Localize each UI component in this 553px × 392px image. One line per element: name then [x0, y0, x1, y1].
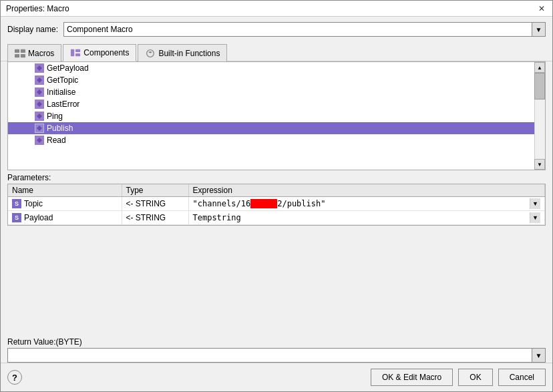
return-value-label: Return Value:(BYTE) [7, 337, 82, 347]
properties-dialog: Properties: Macro ✕ Display name: ▼ Macr… [0, 0, 553, 392]
tree-item-ping-label: Ping [47, 112, 63, 121]
redacted-box [250, 199, 277, 208]
svg-rect-1 [21, 49, 25, 52]
gettopic-icon [35, 75, 44, 85]
display-name-input[interactable] [64, 23, 532, 36]
params-table: Name Type Expression S Topic <- STRING [8, 184, 545, 225]
title-bar: Properties: Macro ✕ [1, 1, 552, 17]
display-name-dropdown-arrow[interactable]: ▼ [532, 23, 545, 36]
params-section: Parameters: [1, 170, 552, 184]
param-expression-topic-cell: "channels/162/publish" ▼ [193, 198, 541, 209]
close-button[interactable]: ✕ [536, 3, 547, 14]
s-icon-payload: S [12, 213, 21, 222]
ok-edit-macro-button[interactable]: OK & Edit Macro [371, 369, 453, 386]
tree-item-getpayload-label: GetPayload [47, 63, 89, 73]
publish-icon [35, 124, 44, 133]
param-expression-topic: "channels/162/publish" ▼ [188, 197, 545, 211]
scrollbar-down-button[interactable]: ▼ [534, 159, 545, 170]
tab-builtin-label: Built-in Functions [158, 49, 220, 58]
tree-item-lasterror-label: LastError [47, 100, 79, 109]
return-value-wrap: ▼ [7, 348, 546, 363]
spacer [1, 226, 552, 333]
param-name-payload: S Payload [8, 211, 122, 225]
params-label: Parameters: [7, 173, 51, 182]
tree-item-gettopic-label: GetTopic [47, 75, 78, 85]
getpayload-icon [35, 63, 44, 73]
tree-view[interactable]: GetPayload GetTopic Initialise LastError… [7, 61, 546, 170]
svg-rect-0 [15, 49, 19, 52]
col-header-expression: Expression [188, 184, 545, 197]
tab-macros[interactable]: Macros [7, 44, 61, 61]
ok-button[interactable]: OK [458, 369, 492, 386]
tree-item-lasterror[interactable]: LastError [8, 98, 545, 110]
tree-item-initialise[interactable]: Initialise [8, 86, 545, 98]
table-row: S Payload <- STRING Tempstring ▼ [8, 211, 545, 225]
tab-components-label: Components [83, 48, 129, 57]
scrollbar-up-button[interactable]: ▲ [534, 62, 545, 73]
params-table-wrap: Name Type Expression S Topic <- STRING [7, 184, 546, 226]
tab-builtin[interactable]: Built-in Functions [138, 44, 227, 61]
tabs-section: Macros Components Built-in Functions [1, 41, 552, 61]
s-icon-topic: S [12, 199, 21, 208]
cancel-button[interactable]: Cancel [498, 369, 546, 386]
display-name-section: Display name: ▼ [1, 17, 552, 41]
tree-scrollbar[interactable]: ▲ ▼ [534, 62, 545, 170]
param-expression-payload: Tempstring ▼ [188, 211, 545, 225]
param-type-topic: <- STRING [122, 197, 188, 211]
display-name-field-wrap: ▼ [63, 22, 546, 37]
components-tab-icon [70, 47, 81, 58]
col-header-type: Type [122, 184, 188, 197]
tree-item-read-label: Read [47, 136, 66, 145]
read-icon [35, 136, 44, 145]
builtin-tab-icon [145, 48, 156, 59]
param-name-topic: S Topic [8, 197, 122, 211]
macros-tab-icon [15, 48, 25, 59]
param-type-payload: <- STRING [122, 211, 188, 225]
svg-point-7 [147, 49, 154, 57]
svg-rect-4 [71, 49, 74, 57]
svg-rect-6 [75, 53, 80, 56]
initialise-icon [35, 87, 44, 97]
param-expression-payload-cell: Tempstring ▼ [193, 212, 541, 223]
bottom-right-buttons: OK & Edit Macro OK Cancel [371, 369, 546, 386]
bottom-bar: ? OK & Edit Macro OK Cancel [1, 363, 552, 391]
svg-rect-2 [15, 53, 19, 57]
tree-item-read[interactable]: Read [8, 134, 545, 146]
return-value-section: Return Value:(BYTE) [1, 333, 552, 348]
lasterror-icon [35, 100, 44, 109]
tab-macros-label: Macros [28, 49, 54, 58]
return-value-input[interactable] [8, 351, 532, 360]
svg-rect-5 [75, 49, 80, 52]
help-button[interactable]: ? [7, 370, 22, 385]
tree-item-getpayload[interactable]: GetPayload [8, 62, 545, 74]
tree-item-initialise-label: Initialise [47, 87, 75, 97]
tree-item-gettopic[interactable]: GetTopic [8, 74, 545, 86]
tree-item-publish-label: Publish [47, 124, 73, 133]
display-name-label: Display name: [7, 25, 58, 34]
expression-payload-dropdown[interactable]: ▼ [530, 212, 540, 223]
col-header-name: Name [8, 184, 122, 197]
scrollbar-thumb[interactable] [534, 73, 545, 100]
expression-payload-text: Tempstring [193, 213, 241, 222]
dialog-title: Properties: Macro [6, 4, 69, 13]
expression-topic-text: "channels/162/publish" [193, 199, 326, 209]
return-value-dropdown-arrow[interactable]: ▼ [532, 349, 545, 362]
tab-components[interactable]: Components [63, 44, 136, 61]
tree-item-ping[interactable]: Ping [8, 110, 545, 122]
expression-topic-dropdown[interactable]: ▼ [530, 198, 540, 209]
table-row: S Topic <- STRING "channels/162/publish"… [8, 197, 545, 211]
svg-rect-3 [21, 53, 25, 57]
ping-icon [35, 112, 44, 121]
tree-item-publish[interactable]: Publish [8, 122, 545, 134]
